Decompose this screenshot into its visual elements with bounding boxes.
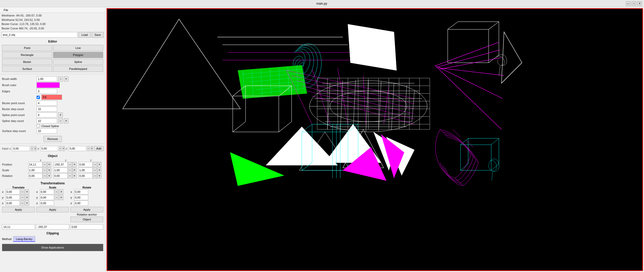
scale-trans-z[interactable]	[40, 201, 54, 206]
position-z-minus[interactable]: −	[93, 162, 97, 167]
scale-trans-x[interactable]	[40, 189, 54, 194]
position-y[interactable]	[54, 162, 68, 167]
input-x-minus[interactable]: −	[31, 146, 33, 151]
position-y-plus[interactable]: +	[72, 162, 76, 167]
shape-rectangle[interactable]: Rectangle	[2, 52, 52, 58]
spline-step-count-plus[interactable]: +	[64, 118, 68, 123]
load-button[interactable]: Load	[79, 32, 90, 38]
scale-trans-y-plus[interactable]: +	[59, 195, 63, 200]
spline-point-count-input[interactable]	[37, 112, 57, 118]
bezier-point-count-input[interactable]	[37, 101, 57, 106]
scale-z-plus[interactable]: +	[97, 168, 101, 173]
rotation-x-minus[interactable]: −	[43, 173, 47, 178]
coords-x-display[interactable]	[2, 224, 35, 229]
rotation-y-minus[interactable]: −	[68, 173, 72, 178]
scale-x[interactable]	[28, 168, 42, 173]
scale-x-plus[interactable]: +	[47, 168, 51, 173]
shape-polygon[interactable]: Polygon	[53, 52, 103, 58]
scale-trans-x-minus[interactable]: −	[55, 189, 59, 194]
brush-width-minus[interactable]: −	[58, 76, 63, 81]
rotation-x[interactable]	[28, 173, 42, 178]
add-button[interactable]: Add	[94, 146, 104, 151]
translate-x-minus[interactable]: −	[20, 189, 24, 194]
translate-x-plus[interactable]: +	[25, 189, 29, 194]
shape-parallelepiped[interactable]: Parallelepiped	[53, 66, 103, 72]
rotate-x[interactable]	[74, 189, 88, 194]
rotation-x-plus[interactable]: +	[47, 173, 51, 178]
translate-z[interactable]	[6, 201, 20, 206]
rotate-apply-button[interactable]: Apply	[71, 207, 103, 212]
rotation-z[interactable]	[79, 173, 93, 178]
translate-x[interactable]	[6, 189, 20, 194]
coords-y-display[interactable]	[36, 224, 69, 229]
close-btn[interactable]: ✕	[637, 1, 642, 6]
file-input[interactable]	[2, 32, 77, 38]
position-z-plus[interactable]: +	[97, 162, 101, 167]
rotate-y[interactable]	[74, 195, 88, 200]
maximize-btn[interactable]: □	[632, 1, 636, 6]
rotation-z-plus[interactable]: +	[97, 173, 101, 178]
show-applications-button[interactable]: Show Applications	[2, 244, 103, 251]
scale-y-minus[interactable]: −	[68, 168, 72, 173]
brush-color-swatch[interactable]	[37, 82, 60, 88]
translate-y[interactable]	[6, 195, 20, 200]
translate-y-plus[interactable]: +	[25, 195, 29, 200]
minimize-btn[interactable]: —	[626, 1, 631, 6]
obj-x-header: x	[28, 159, 53, 162]
bezier-step-count-input[interactable]	[37, 106, 57, 112]
canvas-area[interactable]	[107, 8, 643, 271]
input-z-plus[interactable]: +	[91, 146, 93, 151]
input-y-plus[interactable]: +	[63, 146, 65, 151]
scale-y-plus[interactable]: +	[72, 168, 76, 173]
position-x[interactable]	[28, 162, 42, 167]
scale-trans-x-plus[interactable]: +	[59, 189, 63, 194]
position-x-plus[interactable]: +	[47, 162, 51, 167]
position-x-minus[interactable]: −	[43, 162, 47, 167]
input-z-minus[interactable]: −	[87, 146, 90, 151]
save-button[interactable]: Save	[92, 32, 104, 38]
input-x-plus[interactable]: +	[34, 146, 37, 151]
rotation-y-plus[interactable]: +	[72, 173, 76, 178]
scale-z[interactable]	[79, 168, 93, 173]
rotation-y[interactable]	[54, 173, 68, 178]
shape-line[interactable]: Line	[53, 45, 103, 51]
shape-bezier[interactable]: Bezier	[2, 59, 52, 65]
spline-step-count-minus[interactable]: −	[58, 118, 63, 123]
spline-step-count-input[interactable]	[37, 118, 57, 123]
rotation-z-minus[interactable]: −	[93, 173, 97, 178]
translate-y-minus[interactable]: −	[20, 195, 24, 200]
scale-apply-button[interactable]: Apply	[36, 207, 69, 212]
position-x-cell: − +	[28, 162, 53, 167]
closed-spline-checkbox[interactable]	[37, 124, 40, 128]
scale-trans-y-minus[interactable]: −	[55, 195, 59, 200]
rotation-z-cell: − +	[79, 173, 103, 178]
liang-barsky-tab[interactable]: Liang-Barsky	[13, 236, 35, 242]
translate-apply-button[interactable]: Apply	[2, 207, 35, 212]
coords-z-display[interactable]	[70, 224, 103, 229]
input-x[interactable]	[12, 146, 30, 151]
input-y-minus[interactable]: −	[59, 146, 62, 151]
scale-x-minus[interactable]: −	[43, 168, 47, 173]
remove-button[interactable]: Remove	[43, 136, 62, 142]
spline-point-count-plus[interactable]: +	[58, 112, 63, 118]
edges-input[interactable]	[37, 89, 57, 94]
brush-width-plus[interactable]: +	[64, 76, 68, 81]
input-y[interactable]	[40, 146, 58, 151]
menu-file[interactable]: File	[2, 8, 10, 12]
surface-step-count-input[interactable]	[37, 128, 57, 134]
fill-checkbox[interactable]	[37, 96, 40, 99]
translate-z-plus[interactable]: +	[25, 201, 29, 206]
scale-y[interactable]	[54, 168, 68, 173]
rotate-z[interactable]	[74, 201, 88, 206]
brush-width-input[interactable]	[37, 76, 57, 81]
input-z[interactable]	[68, 146, 86, 151]
position-z[interactable]	[79, 162, 93, 167]
scale-trans-y[interactable]	[40, 195, 54, 200]
position-y-minus[interactable]: −	[68, 162, 72, 167]
shape-point[interactable]: Point	[2, 45, 52, 51]
shape-spline[interactable]: Spline	[53, 59, 103, 65]
rotation-anchor-btn[interactable]: Object	[71, 217, 103, 222]
scale-z-minus[interactable]: −	[93, 168, 97, 173]
translate-z-minus[interactable]: −	[20, 201, 24, 206]
shape-surface[interactable]: Surface	[2, 66, 52, 72]
